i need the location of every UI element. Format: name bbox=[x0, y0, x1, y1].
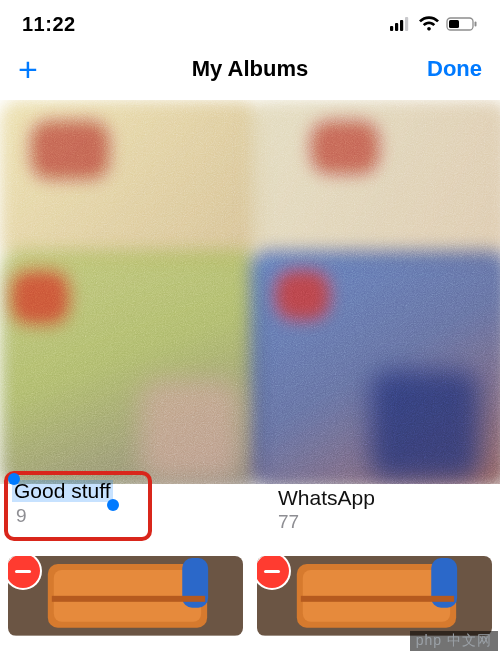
minus-icon bbox=[264, 570, 280, 573]
album-item-whatsapp[interactable]: WhatsApp 77 bbox=[278, 486, 492, 546]
frosted-noise bbox=[0, 100, 500, 484]
svg-rect-0 bbox=[390, 26, 393, 31]
next-album-row bbox=[0, 552, 500, 636]
screen: 11:22 + My Albums Done bbox=[0, 0, 500, 655]
album-thumbnail[interactable] bbox=[257, 556, 492, 636]
wifi-icon bbox=[418, 16, 440, 32]
svg-rect-17 bbox=[301, 596, 454, 602]
svg-rect-1 bbox=[395, 23, 398, 31]
album-title: WhatsApp bbox=[278, 486, 492, 510]
svg-rect-12 bbox=[52, 596, 205, 602]
rename-highlight-box: Good stuff 9 bbox=[4, 471, 152, 541]
album-count: 9 bbox=[16, 505, 140, 527]
status-icons bbox=[390, 16, 478, 32]
status-bar: 11:22 bbox=[0, 0, 500, 44]
svg-rect-2 bbox=[400, 20, 403, 31]
watermark: php 中文网 bbox=[410, 631, 498, 651]
minus-icon bbox=[15, 570, 31, 573]
selection-handle-start[interactable] bbox=[8, 473, 20, 485]
album-thumbnail[interactable] bbox=[8, 556, 243, 636]
status-time: 11:22 bbox=[22, 13, 76, 36]
svg-rect-3 bbox=[405, 17, 408, 31]
rename-text-field[interactable]: Good stuff bbox=[14, 479, 111, 503]
done-button[interactable]: Done bbox=[427, 56, 482, 82]
nav-bar: + My Albums Done bbox=[0, 44, 500, 100]
album-title-editing: Good stuff bbox=[14, 479, 111, 502]
page-title: My Albums bbox=[192, 56, 309, 82]
selection-handle-end[interactable] bbox=[107, 499, 119, 511]
svg-rect-6 bbox=[475, 22, 477, 27]
watermark-text: php 中文网 bbox=[416, 632, 492, 648]
svg-rect-5 bbox=[449, 20, 459, 28]
album-count: 77 bbox=[278, 511, 492, 533]
svg-rect-7 bbox=[0, 100, 500, 484]
battery-icon bbox=[446, 17, 478, 31]
cellular-icon bbox=[390, 17, 412, 31]
add-album-button[interactable]: + bbox=[18, 52, 38, 86]
album-thumbnails-blurred bbox=[0, 100, 500, 484]
